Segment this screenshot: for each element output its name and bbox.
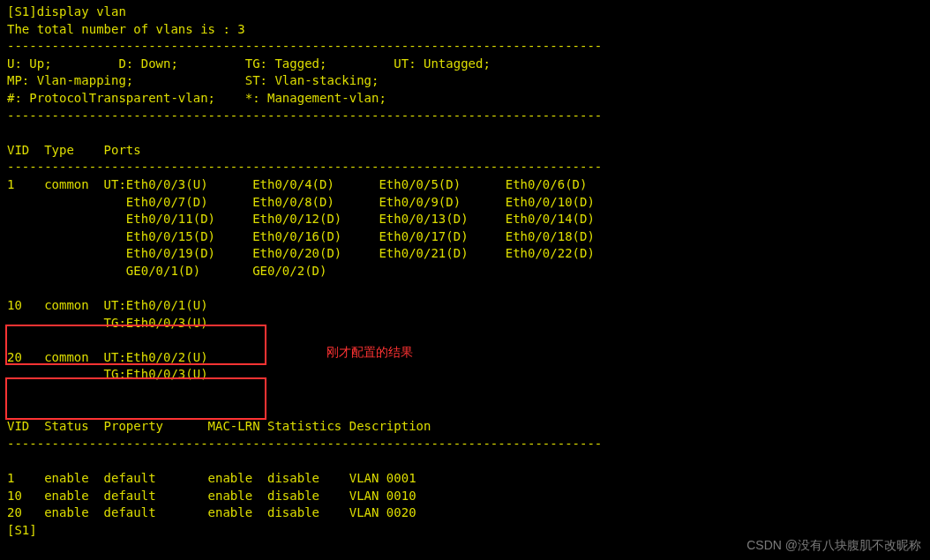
separator: ----------------------------------------… (7, 437, 602, 451)
separator: ----------------------------------------… (7, 160, 602, 174)
legend-line-2: MP: Vlan-mapping; ST: Vlan-stacking; (7, 73, 379, 87)
annotation-label: 刚才配置的结果 (326, 344, 413, 362)
cmd-line: [S1]display vlan (7, 4, 126, 19)
legend-line-1: U: Up; D: Down; TG: Tagged; UT: Untagged… (7, 56, 491, 71)
status-header: VID Status Property MAC-LRN Statistics D… (7, 419, 431, 433)
vlan1-row: Eth0/0/15(D) Eth0/0/16(D) Eth0/0/17(D) E… (7, 229, 595, 243)
prompt-line[interactable]: [S1] (7, 523, 37, 537)
vlan1-row: Eth0/0/7(D) Eth0/0/8(D) Eth0/0/9(D) Eth0… (7, 195, 595, 209)
separator: ----------------------------------------… (7, 39, 602, 53)
terminal-output[interactable]: [S1]display vlan The total number of vla… (7, 4, 923, 539)
status-row: 20 enable default enable disable VLAN 00… (7, 505, 416, 519)
vlan10-row: TG:Eth0/0/3(U) (7, 316, 208, 330)
ports-header: VID Type Ports (7, 143, 141, 157)
legend-line-3: #: ProtocolTransparent-vlan; *: Manageme… (7, 91, 386, 105)
watermark: CSDN @没有八块腹肌不改昵称 (746, 537, 921, 555)
vlan1-row: GE0/0/1(D) GE0/0/2(D) (7, 264, 326, 278)
vlan10-row: 10 common UT:Eth0/0/1(U) (7, 298, 208, 312)
vlan20-row: TG:Eth0/0/3(U) (7, 367, 208, 381)
status-row: 10 enable default enable disable VLAN 00… (7, 489, 416, 503)
vlan1-row: Eth0/0/11(D) Eth0/0/12(D) Eth0/0/13(D) E… (7, 212, 595, 226)
vlan1-row: Eth0/0/19(D) Eth0/0/20(D) Eth0/0/21(D) E… (7, 246, 595, 260)
vlan1-row: 1 common UT:Eth0/0/3(U) Eth0/0/4(D) Eth0… (7, 177, 587, 191)
total-line: The total number of vlans is : 3 (7, 22, 245, 36)
separator: ----------------------------------------… (7, 108, 602, 123)
vlan20-row: 20 common UT:Eth0/0/2(U) (7, 350, 208, 364)
status-row: 1 enable default enable disable VLAN 000… (7, 471, 416, 485)
